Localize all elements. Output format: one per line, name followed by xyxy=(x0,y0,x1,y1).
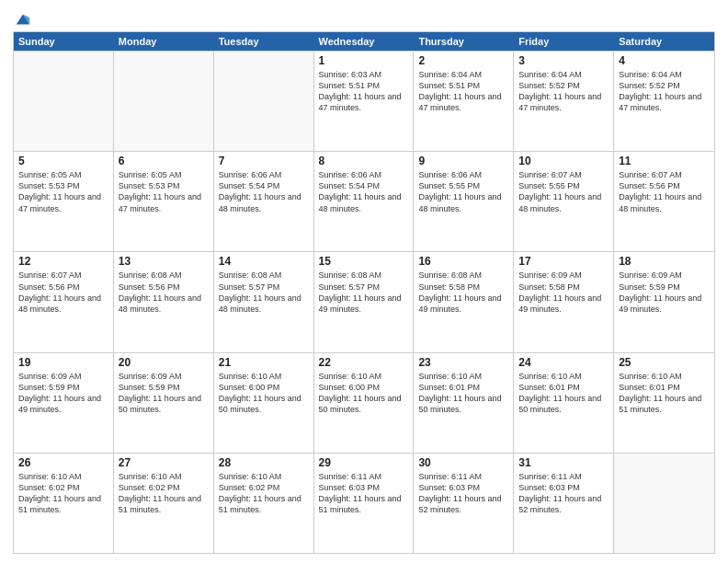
day-info: Sunrise: 6:08 AMSunset: 5:58 PMDaylight:… xyxy=(418,270,508,315)
calendar-header-cell: Thursday xyxy=(414,32,514,51)
day-info: Sunrise: 6:08 AMSunset: 5:56 PMDaylight:… xyxy=(119,270,209,315)
day-info: Sunrise: 6:11 AMSunset: 6:03 PMDaylight:… xyxy=(319,471,409,516)
day-cell: 6Sunrise: 6:05 AMSunset: 5:53 PMDaylight… xyxy=(114,152,214,251)
day-number: 30 xyxy=(418,456,508,469)
day-info: Sunrise: 6:10 AMSunset: 6:02 PMDaylight:… xyxy=(219,471,309,516)
day-cell: 7Sunrise: 6:06 AMSunset: 5:54 PMDaylight… xyxy=(214,152,314,251)
day-info: Sunrise: 6:11 AMSunset: 6:03 PMDaylight:… xyxy=(418,471,508,516)
day-cell: 27Sunrise: 6:10 AMSunset: 6:02 PMDayligh… xyxy=(114,454,214,553)
day-info: Sunrise: 6:09 AMSunset: 5:59 PMDaylight:… xyxy=(619,270,710,315)
day-cell: 11Sunrise: 6:07 AMSunset: 5:56 PMDayligh… xyxy=(614,152,714,251)
day-cell: 9Sunrise: 6:06 AMSunset: 5:55 PMDaylight… xyxy=(414,152,514,251)
day-cell: 29Sunrise: 6:11 AMSunset: 6:03 PMDayligh… xyxy=(314,454,415,553)
day-cell: 3Sunrise: 6:04 AMSunset: 5:52 PMDaylight… xyxy=(514,52,614,151)
day-info: Sunrise: 6:10 AMSunset: 6:00 PMDaylight:… xyxy=(319,371,409,416)
day-number: 11 xyxy=(619,155,710,167)
calendar-row: 19Sunrise: 6:09 AMSunset: 5:59 PMDayligh… xyxy=(14,352,714,453)
day-number: 3 xyxy=(518,54,609,67)
calendar-row: 1Sunrise: 6:03 AMSunset: 5:51 PMDaylight… xyxy=(14,51,714,151)
calendar-row: 12Sunrise: 6:07 AMSunset: 5:56 PMDayligh… xyxy=(14,251,714,351)
header-area xyxy=(13,9,715,28)
logo xyxy=(13,13,31,28)
day-cell: 30Sunrise: 6:11 AMSunset: 6:03 PMDayligh… xyxy=(414,454,514,553)
day-cell: 8Sunrise: 6:06 AMSunset: 5:54 PMDaylight… xyxy=(314,152,415,251)
empty-cell xyxy=(14,52,114,151)
day-number: 12 xyxy=(18,255,108,268)
day-number: 16 xyxy=(418,255,508,268)
day-cell: 2Sunrise: 6:04 AMSunset: 5:51 PMDaylight… xyxy=(414,52,514,151)
day-info: Sunrise: 6:11 AMSunset: 6:03 PMDaylight:… xyxy=(518,471,609,516)
day-cell: 14Sunrise: 6:08 AMSunset: 5:57 PMDayligh… xyxy=(214,252,314,351)
day-info: Sunrise: 6:07 AMSunset: 5:55 PMDaylight:… xyxy=(518,169,609,214)
day-number: 2 xyxy=(418,54,508,67)
day-info: Sunrise: 6:07 AMSunset: 5:56 PMDaylight:… xyxy=(18,270,108,315)
day-info: Sunrise: 6:05 AMSunset: 5:53 PMDaylight:… xyxy=(18,169,108,214)
day-number: 28 xyxy=(219,456,309,469)
day-cell: 15Sunrise: 6:08 AMSunset: 5:57 PMDayligh… xyxy=(314,252,415,351)
calendar-header-cell: Friday xyxy=(514,32,614,51)
day-info: Sunrise: 6:03 AMSunset: 5:51 PMDaylight:… xyxy=(319,69,409,114)
day-info: Sunrise: 6:10 AMSunset: 6:00 PMDaylight:… xyxy=(219,371,309,416)
empty-cell xyxy=(114,52,214,151)
day-cell: 18Sunrise: 6:09 AMSunset: 5:59 PMDayligh… xyxy=(614,252,714,351)
day-cell: 16Sunrise: 6:08 AMSunset: 5:58 PMDayligh… xyxy=(414,252,514,351)
day-info: Sunrise: 6:08 AMSunset: 5:57 PMDaylight:… xyxy=(219,270,309,315)
day-number: 24 xyxy=(518,356,609,369)
day-number: 26 xyxy=(18,456,108,469)
day-cell: 26Sunrise: 6:10 AMSunset: 6:02 PMDayligh… xyxy=(14,454,114,553)
calendar-row: 26Sunrise: 6:10 AMSunset: 6:02 PMDayligh… xyxy=(14,453,714,553)
empty-cell xyxy=(214,52,314,151)
calendar-header-cell: Monday xyxy=(114,32,214,51)
day-info: Sunrise: 6:09 AMSunset: 5:58 PMDaylight:… xyxy=(518,270,609,315)
day-number: 17 xyxy=(518,255,609,268)
day-number: 14 xyxy=(219,255,309,268)
day-number: 27 xyxy=(119,456,209,469)
day-info: Sunrise: 6:05 AMSunset: 5:53 PMDaylight:… xyxy=(119,169,209,214)
day-number: 15 xyxy=(319,255,409,268)
day-info: Sunrise: 6:10 AMSunset: 6:01 PMDaylight:… xyxy=(619,371,710,416)
calendar-row: 5Sunrise: 6:05 AMSunset: 5:53 PMDaylight… xyxy=(14,151,714,251)
day-cell: 19Sunrise: 6:09 AMSunset: 5:59 PMDayligh… xyxy=(14,353,114,453)
day-info: Sunrise: 6:10 AMSunset: 6:01 PMDaylight:… xyxy=(518,371,609,416)
day-number: 22 xyxy=(319,356,409,369)
day-number: 5 xyxy=(18,155,108,167)
day-info: Sunrise: 6:09 AMSunset: 5:59 PMDaylight:… xyxy=(119,371,209,416)
day-info: Sunrise: 6:10 AMSunset: 6:02 PMDaylight:… xyxy=(18,471,108,516)
day-cell: 22Sunrise: 6:10 AMSunset: 6:00 PMDayligh… xyxy=(314,353,415,453)
day-number: 9 xyxy=(418,155,508,167)
day-number: 19 xyxy=(18,356,108,369)
day-info: Sunrise: 6:07 AMSunset: 5:56 PMDaylight:… xyxy=(619,169,710,214)
day-info: Sunrise: 6:10 AMSunset: 6:02 PMDaylight:… xyxy=(119,471,209,516)
day-cell: 17Sunrise: 6:09 AMSunset: 5:58 PMDayligh… xyxy=(514,252,614,351)
calendar-header-cell: Saturday xyxy=(614,32,714,51)
day-info: Sunrise: 6:09 AMSunset: 5:59 PMDaylight:… xyxy=(18,371,108,416)
day-number: 4 xyxy=(619,54,710,67)
day-number: 29 xyxy=(319,456,409,469)
calendar-header-cell: Tuesday xyxy=(214,32,314,51)
day-number: 13 xyxy=(119,255,209,268)
day-number: 10 xyxy=(518,155,609,167)
day-cell: 5Sunrise: 6:05 AMSunset: 5:53 PMDaylight… xyxy=(14,152,114,251)
day-number: 18 xyxy=(619,255,710,268)
calendar-header-cell: Sunday xyxy=(14,32,114,51)
day-number: 20 xyxy=(119,356,209,369)
calendar-header-cell: Wednesday xyxy=(314,32,415,51)
day-number: 21 xyxy=(219,356,309,369)
day-cell: 12Sunrise: 6:07 AMSunset: 5:56 PMDayligh… xyxy=(14,252,114,351)
day-cell: 31Sunrise: 6:11 AMSunset: 6:03 PMDayligh… xyxy=(514,454,614,553)
calendar-header: SundayMondayTuesdayWednesdayThursdayFrid… xyxy=(14,32,714,51)
day-info: Sunrise: 6:04 AMSunset: 5:52 PMDaylight:… xyxy=(518,69,609,114)
empty-cell xyxy=(614,454,714,553)
logo-icon xyxy=(15,11,31,28)
day-cell: 23Sunrise: 6:10 AMSunset: 6:01 PMDayligh… xyxy=(414,353,514,453)
day-number: 7 xyxy=(219,155,309,167)
day-number: 31 xyxy=(518,456,609,469)
day-info: Sunrise: 6:04 AMSunset: 5:52 PMDaylight:… xyxy=(619,69,710,114)
day-cell: 21Sunrise: 6:10 AMSunset: 6:00 PMDayligh… xyxy=(214,353,314,453)
day-number: 25 xyxy=(619,356,710,369)
day-info: Sunrise: 6:06 AMSunset: 5:55 PMDaylight:… xyxy=(418,169,508,214)
day-number: 23 xyxy=(418,356,508,369)
day-number: 1 xyxy=(319,54,409,67)
day-info: Sunrise: 6:06 AMSunset: 5:54 PMDaylight:… xyxy=(319,169,409,214)
day-cell: 24Sunrise: 6:10 AMSunset: 6:01 PMDayligh… xyxy=(514,353,614,453)
